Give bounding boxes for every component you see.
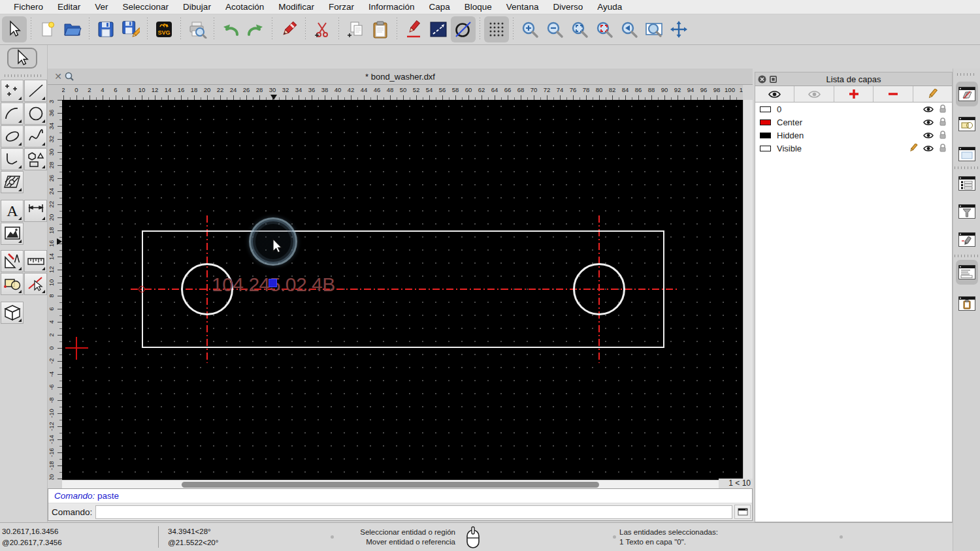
layer-visibility-eye-icon[interactable] bbox=[923, 119, 934, 126]
ruler-label: 12 bbox=[48, 262, 56, 277]
dock-drag-handle[interactable] bbox=[957, 73, 977, 76]
layer-visibility-eye-icon[interactable] bbox=[923, 106, 934, 113]
export-svg-button[interactable]: SVG bbox=[152, 16, 176, 42]
current-action-select-button[interactable] bbox=[7, 48, 37, 69]
ruler-label: 12 bbox=[152, 86, 159, 93]
ruler-label: 20 bbox=[48, 210, 56, 225]
modify-tool-button[interactable] bbox=[1, 250, 24, 272]
measure-tool-button[interactable] bbox=[24, 250, 47, 272]
menu-item-ventana[interactable]: Ventana bbox=[499, 0, 546, 14]
selection-handle[interactable] bbox=[269, 279, 277, 287]
ruler-label: 22 bbox=[217, 86, 224, 93]
dock-entity-info-button[interactable] bbox=[956, 171, 978, 196]
detach-command-widget-button[interactable] bbox=[734, 505, 751, 519]
toolbar-separator bbox=[180, 18, 181, 41]
edit-layer-button[interactable] bbox=[913, 86, 952, 102]
image-tool-button[interactable] bbox=[1, 223, 24, 245]
show-all-layers-button[interactable] bbox=[755, 86, 794, 102]
pen-attributes-button[interactable] bbox=[401, 16, 426, 42]
polygon-tool-button[interactable] bbox=[24, 148, 47, 170]
ruler-label: 72 bbox=[544, 86, 551, 93]
undo-button[interactable] bbox=[218, 16, 243, 42]
cut-button[interactable] bbox=[310, 16, 335, 42]
dock-command-line-button[interactable] bbox=[956, 260, 978, 285]
menu-item-seleccionar[interactable]: Seleccionar bbox=[116, 0, 176, 14]
dock-clipboard-button[interactable] bbox=[956, 291, 978, 316]
menu-item-ayuda[interactable]: Ayuda bbox=[590, 0, 629, 14]
add-layer-button[interactable] bbox=[834, 86, 874, 102]
dock-block-list-button[interactable] bbox=[956, 112, 978, 136]
horizontal-scrollbar[interactable] bbox=[62, 480, 719, 488]
menu-item-capa[interactable]: Capa bbox=[422, 0, 457, 14]
zoom-window-button[interactable] bbox=[642, 16, 666, 42]
menu-item-ver[interactable]: Ver bbox=[88, 0, 115, 14]
print-preview-button[interactable] bbox=[185, 16, 210, 42]
dock-pen-palette-button[interactable] bbox=[956, 227, 978, 252]
zoom-out-button[interactable] bbox=[542, 16, 567, 42]
dimension-icon bbox=[26, 202, 46, 220]
copy-button[interactable] bbox=[343, 16, 368, 42]
ellipse-tool-button[interactable] bbox=[1, 125, 24, 148]
zoom-auto-button[interactable] bbox=[567, 16, 592, 42]
solid-tool-button[interactable] bbox=[1, 302, 24, 324]
spline-tool-button[interactable] bbox=[24, 125, 47, 148]
explode-tool-button[interactable] bbox=[24, 273, 47, 295]
select-pointer-button[interactable] bbox=[2, 16, 27, 42]
zoom-pan-button[interactable] bbox=[666, 16, 691, 42]
layer-row-visible[interactable]: Visible bbox=[755, 142, 952, 155]
command-input[interactable] bbox=[95, 505, 732, 519]
new-document-button[interactable] bbox=[35, 16, 60, 42]
layer-row-0[interactable]: 0 bbox=[755, 102, 952, 116]
save-as-button[interactable] bbox=[118, 16, 143, 42]
dock-library-browser-button[interactable] bbox=[956, 142, 978, 166]
circle-tool-button[interactable] bbox=[24, 102, 47, 125]
redo-button[interactable] bbox=[243, 16, 268, 42]
menu-item-diverso[interactable]: Diverso bbox=[546, 0, 590, 14]
layer-row-center[interactable]: Center bbox=[755, 116, 952, 129]
polygon-icon bbox=[26, 150, 46, 168]
menu-item-modificar[interactable]: Modificar bbox=[271, 0, 321, 14]
layer-lock-icon[interactable] bbox=[939, 104, 947, 114]
snap-grid-button[interactable] bbox=[484, 16, 509, 42]
save-button[interactable] bbox=[93, 16, 118, 42]
menu-item-fichero[interactable]: Fichero bbox=[7, 0, 50, 14]
layer-lock-icon[interactable] bbox=[939, 118, 947, 127]
remove-layer-button[interactable] bbox=[874, 86, 913, 102]
menu-item-forzar[interactable]: Forzar bbox=[321, 0, 361, 14]
menu-item-editar[interactable]: Editar bbox=[50, 0, 88, 14]
restrict-nothing-button[interactable] bbox=[451, 16, 476, 42]
dimension-tool-button[interactable] bbox=[24, 200, 47, 222]
polyline-tool-button[interactable] bbox=[1, 148, 24, 170]
dock-layer-list-button[interactable] bbox=[956, 82, 978, 106]
open-document-button[interactable] bbox=[60, 16, 85, 42]
paste-button[interactable] bbox=[368, 16, 393, 42]
vertical-scrollbar[interactable] bbox=[743, 100, 753, 480]
dock-selection-filter-button[interactable] bbox=[956, 199, 978, 224]
text-tool-button[interactable]: A bbox=[1, 200, 24, 222]
open-document-icon bbox=[63, 21, 82, 38]
hatch-tool-button[interactable] bbox=[1, 171, 24, 193]
layer-row-hidden[interactable]: Hidden bbox=[755, 129, 952, 142]
hide-all-layers-button[interactable] bbox=[794, 86, 834, 102]
block-tool-button[interactable] bbox=[1, 273, 24, 295]
layer-visibility-eye-icon[interactable] bbox=[923, 145, 934, 152]
delete-selected-button[interactable] bbox=[276, 16, 301, 42]
points-tool-button[interactable] bbox=[1, 80, 24, 102]
menu-item-informacion[interactable]: Información bbox=[361, 0, 422, 14]
menu-item-dibujar[interactable]: Dibujar bbox=[176, 0, 218, 14]
linetype-selection-button[interactable] bbox=[426, 16, 451, 42]
hole-circle-right[interactable] bbox=[573, 263, 625, 315]
zoom-in-button[interactable] bbox=[517, 16, 542, 42]
dock-drag-handle[interactable] bbox=[5, 74, 42, 77]
layer-visibility-eye-icon[interactable] bbox=[923, 132, 934, 139]
zoom-previous-button[interactable] bbox=[617, 16, 642, 42]
layer-lock-icon[interactable] bbox=[939, 131, 947, 140]
zoom-redraw-button[interactable] bbox=[592, 16, 617, 42]
drawing-canvas[interactable]: 104.245.02.4B bbox=[62, 100, 743, 480]
menu-item-acotacion[interactable]: Acotación bbox=[218, 0, 271, 14]
line-tool-button[interactable] bbox=[24, 80, 47, 102]
layer-lock-icon[interactable] bbox=[939, 144, 947, 153]
horizontal-scrollbar-thumb[interactable] bbox=[182, 482, 599, 488]
arc-tool-button[interactable] bbox=[1, 102, 24, 125]
menu-item-bloque[interactable]: Bloque bbox=[457, 0, 499, 14]
